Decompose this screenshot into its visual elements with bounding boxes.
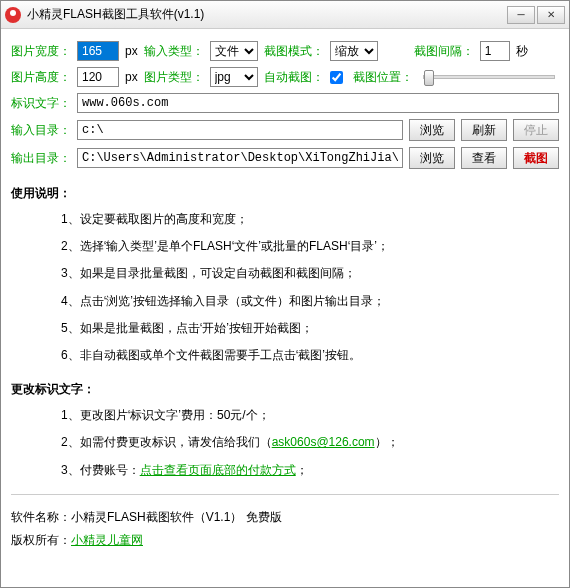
change-2b: ）； (375, 435, 399, 449)
select-input-type[interactable]: 文件 (210, 41, 258, 61)
payment-link[interactable]: 点击查看页面底部的付款方式 (140, 463, 296, 477)
select-capture-mode[interactable]: 缩放 (330, 41, 378, 61)
capture-button[interactable]: 截图 (513, 147, 559, 169)
copyright: 版权所有：小精灵儿童网 (11, 532, 559, 549)
usage-6: 6、非自动截图或单个文件截图需要手工点击‘截图’按钮。 (61, 346, 559, 365)
change-title: 更改标识文字： (11, 381, 559, 398)
input-input-dir[interactable] (77, 120, 403, 140)
usage-2: 2、选择‘输入类型’是单个FLASH‘文件’或批量的FLASH‘目录’； (61, 237, 559, 256)
copyright-label: 版权所有： (11, 533, 71, 547)
close-button[interactable]: ✕ (537, 6, 565, 24)
change-2: 2、如需付费更改标识，请发信给我们（ask060s@126.com）； (61, 433, 559, 452)
label-img-type: 图片类型： (144, 69, 204, 86)
select-img-type[interactable]: jpg (210, 67, 258, 87)
view-button[interactable]: 查看 (461, 147, 507, 169)
software-name: 软件名称：小精灵FLASH截图软件（V1.1） 免费版 (11, 509, 559, 526)
copyright-link[interactable]: 小精灵儿童网 (71, 533, 143, 547)
change-3a: 3、付费账号： (61, 463, 140, 477)
input-img-height[interactable] (77, 67, 119, 87)
browse-output-button[interactable]: 浏览 (409, 147, 455, 169)
label-mark-text: 标识文字： (11, 95, 71, 112)
slider-thumb[interactable] (424, 70, 434, 86)
label-px2: px (125, 70, 138, 84)
label-auto-capture: 自动截图： (264, 69, 324, 86)
email-link[interactable]: ask060s@126.com (272, 435, 375, 449)
content-area: 图片宽度： px 输入类型： 文件 截图模式： 缩放 截图间隔： 秒 图片高度：… (1, 29, 569, 561)
input-mark-text[interactable] (77, 93, 559, 113)
minimize-button[interactable]: ─ (507, 6, 535, 24)
change-3b: ； (296, 463, 308, 477)
divider (11, 494, 559, 495)
main-window: 小精灵FLASH截图工具软件(v1.1) ─ ✕ 图片宽度： px 输入类型： … (0, 0, 570, 588)
label-capture-mode: 截图模式： (264, 43, 324, 60)
stop-button[interactable]: 停止 (513, 119, 559, 141)
usage-4: 4、点击‘浏览’按钮选择输入目录（或文件）和图片输出目录； (61, 292, 559, 311)
usage-5: 5、如果是批量截图，点击‘开始’按钮开始截图； (61, 319, 559, 338)
label-img-height: 图片高度： (11, 69, 71, 86)
checkbox-auto-capture[interactable] (330, 71, 343, 84)
change-1: 1、更改图片‘标识文字’费用：50元/个； (61, 406, 559, 425)
input-output-dir[interactable] (77, 148, 403, 168)
label-capture-interval: 截图间隔： (414, 43, 474, 60)
change-3: 3、付费账号：点击查看页面底部的付款方式； (61, 461, 559, 480)
browse-input-button[interactable]: 浏览 (409, 119, 455, 141)
label-px1: px (125, 44, 138, 58)
window-title: 小精灵FLASH截图工具软件(v1.1) (27, 6, 507, 23)
usage-1: 1、设定要截取图片的高度和宽度； (61, 210, 559, 229)
label-input-type: 输入类型： (144, 43, 204, 60)
window-controls: ─ ✕ (507, 6, 565, 24)
label-capture-pos: 截图位置： (353, 69, 413, 86)
input-img-width[interactable] (77, 41, 119, 61)
label-input-dir: 输入目录： (11, 122, 71, 139)
label-second: 秒 (516, 43, 528, 60)
titlebar: 小精灵FLASH截图工具软件(v1.1) ─ ✕ (1, 1, 569, 29)
input-interval[interactable] (480, 41, 510, 61)
label-img-width: 图片宽度： (11, 43, 71, 60)
usage-title: 使用说明： (11, 185, 559, 202)
footer: 软件名称：小精灵FLASH截图软件（V1.1） 免费版 版权所有：小精灵儿童网 (11, 509, 559, 549)
usage-3: 3、如果是目录批量截图，可设定自动截图和截图间隔； (61, 264, 559, 283)
refresh-button[interactable]: 刷新 (461, 119, 507, 141)
label-output-dir: 输出目录： (11, 150, 71, 167)
app-icon (5, 7, 21, 23)
change-2a: 2、如需付费更改标识，请发信给我们（ (61, 435, 272, 449)
slider-capture-pos[interactable] (423, 75, 555, 79)
